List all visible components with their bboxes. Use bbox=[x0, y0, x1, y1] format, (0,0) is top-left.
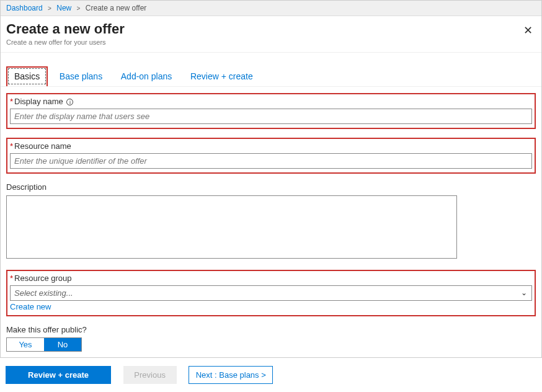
chevron-right-icon: > bbox=[77, 5, 81, 12]
resource-name-label: *Resource name bbox=[10, 141, 532, 151]
footer-actions: Review + create Previous Next : Base pla… bbox=[0, 357, 542, 392]
next-button[interactable]: Next : Base plans > bbox=[189, 366, 273, 384]
form-basics: *Display name i *Resource name Descripti… bbox=[1, 87, 541, 352]
page-subtitle: Create a new offer for your users bbox=[6, 38, 536, 46]
tab-addon-plans[interactable]: Add-on plans bbox=[114, 68, 179, 86]
breadcrumb: Dashboard > New > Create a new offer bbox=[1, 1, 541, 16]
resource-group-group: *Resource group Select existing... ⌄ Cre… bbox=[6, 270, 536, 316]
page-title: Create a new offer bbox=[6, 21, 536, 37]
tab-basics[interactable]: Basics bbox=[6, 66, 48, 86]
create-new-link[interactable]: Create new bbox=[10, 302, 51, 311]
display-name-group: *Display name i bbox=[6, 93, 536, 129]
display-name-input[interactable] bbox=[10, 109, 532, 124]
toggle-yes[interactable]: Yes bbox=[7, 338, 44, 351]
resource-name-input[interactable] bbox=[10, 153, 532, 169]
description-label: Description bbox=[6, 182, 536, 192]
info-icon[interactable]: i bbox=[66, 99, 73, 105]
tab-review-create[interactable]: Review + create bbox=[184, 68, 260, 86]
resource-name-group: *Resource name bbox=[6, 138, 536, 174]
description-group: Description bbox=[6, 182, 536, 259]
description-input[interactable] bbox=[6, 195, 457, 259]
toggle-no[interactable]: No bbox=[44, 338, 81, 351]
breadcrumb-dashboard[interactable]: Dashboard bbox=[6, 4, 43, 12]
resource-group-label: *Resource group bbox=[10, 274, 532, 283]
chevron-right-icon: > bbox=[48, 5, 51, 12]
breadcrumb-new[interactable]: New bbox=[56, 4, 71, 12]
previous-button: Previous bbox=[123, 366, 177, 384]
make-public-label: Make this offer public? bbox=[6, 325, 536, 334]
display-name-label: *Display name i bbox=[10, 97, 532, 106]
close-icon[interactable]: ✕ bbox=[523, 25, 533, 36]
page-header: Create a new offer Create a new offer fo… bbox=[1, 16, 541, 53]
review-create-button[interactable]: Review + create bbox=[6, 366, 111, 384]
make-public-group: Make this offer public? Yes No bbox=[6, 325, 536, 352]
breadcrumb-current: Create a new offer bbox=[86, 4, 147, 12]
resource-group-select[interactable]: Select existing... bbox=[10, 285, 532, 301]
tab-bar: Basics Base plans Add-on plans Review + … bbox=[1, 53, 541, 87]
tab-base-plans[interactable]: Base plans bbox=[53, 68, 109, 86]
